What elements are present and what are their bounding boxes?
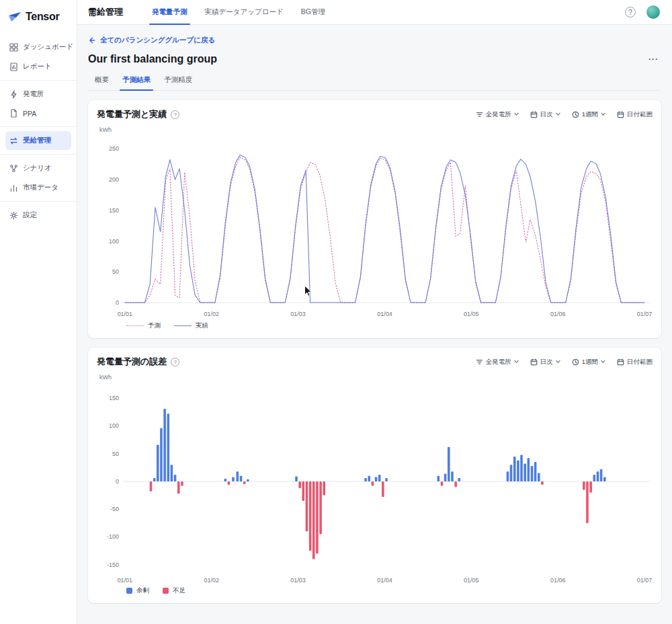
legend-label: 予測 <box>148 321 161 330</box>
legend-item-実績: 実績 <box>174 321 208 330</box>
svg-text:-150: -150 <box>107 561 119 568</box>
control-1週間[interactable]: 1週間 <box>572 358 605 366</box>
余剰-bar <box>534 462 537 481</box>
余剰-bar <box>458 478 460 481</box>
不足-bar <box>181 481 183 486</box>
sidebar-item[interactable]: シナリオ <box>5 159 71 178</box>
svg-text:50: 50 <box>112 451 119 457</box>
control-日付範囲[interactable]: 日付範囲 <box>617 358 653 366</box>
help-icon[interactable]: ? <box>625 7 636 17</box>
control-日付範囲[interactable]: 日付範囲 <box>617 110 653 119</box>
solid-line-icon <box>174 325 192 326</box>
dotted-line-icon <box>126 325 144 326</box>
legend-label: 不足 <box>173 586 185 595</box>
clock-icon <box>572 358 579 366</box>
sidebar-item[interactable]: 設定 <box>5 206 71 225</box>
不足-bar <box>441 481 444 486</box>
余剰-bar <box>247 479 249 481</box>
svg-text:01/04: 01/04 <box>377 577 392 584</box>
余剰-bar <box>232 477 235 481</box>
不足-bar <box>382 481 384 497</box>
page-content: 全てのバランシンググループに戻る Our first balancing gro… <box>77 25 672 624</box>
不足-bar <box>586 481 589 523</box>
topbar-right: ? <box>625 0 660 24</box>
toptab-BG管理[interactable]: BG管理 <box>292 0 334 24</box>
不足-bar <box>454 481 457 487</box>
pagetab-予測結果[interactable]: 予測結果 <box>116 71 157 90</box>
legend-item-余剰: 余剰 <box>126 586 149 595</box>
toptab-実績データアップロード[interactable]: 実績データアップロード <box>196 0 292 24</box>
control-日次[interactable]: 日次 <box>530 110 560 119</box>
sidebar-item[interactable]: 受給管理 <box>5 131 71 150</box>
svg-text:150: 150 <box>109 395 119 401</box>
logo: Tensor <box>0 8 77 34</box>
series-予測 <box>125 157 644 303</box>
calendar-icon <box>617 358 624 366</box>
caret-down-icon <box>556 360 560 364</box>
back-link-label: 全てのバランシンググループに戻る <box>100 36 215 45</box>
余剰-bar <box>528 458 530 481</box>
余剰-bar <box>171 465 173 481</box>
help-icon[interactable]: ? <box>171 110 179 119</box>
forecast-actual-card: 発電量予測と実績 ? 全発電所日次1週間日付範囲 kWh 05010015020… <box>88 100 661 338</box>
sidebar-item-label: 発電所 <box>23 89 44 99</box>
不足-bar <box>243 481 246 484</box>
control-全発電所[interactable]: 全発電所 <box>476 110 519 119</box>
control-label: 日次 <box>540 110 553 119</box>
sidebar-group: ダッシュボードレポート <box>0 34 77 80</box>
topbar-title: 需給管理 <box>88 6 123 18</box>
help-icon[interactable]: ? <box>171 358 179 366</box>
sidebar-group: 設定 <box>0 201 77 229</box>
arrow-left-icon <box>88 36 96 44</box>
余剰-bar <box>224 479 227 481</box>
sidebar-group: シナリオ市場データ <box>0 154 77 201</box>
toptab-発電量予測[interactable]: 発電量予測 <box>143 0 196 24</box>
filter-icon <box>476 358 483 366</box>
余剰-bar <box>375 477 378 481</box>
sidebar-nav: ダッシュボードレポート発電所PPA受給管理シナリオ市場データ設定 <box>0 34 77 229</box>
avatar[interactable] <box>646 5 660 19</box>
pagetab-概要[interactable]: 概要 <box>88 71 116 90</box>
余剰-bar <box>517 461 519 481</box>
back-link[interactable]: 全てのバランシンググループに戻る <box>88 36 215 45</box>
sidebar-item-label: レポート <box>23 62 52 71</box>
余剰-bar <box>240 476 243 481</box>
control-1週間[interactable]: 1週間 <box>572 110 605 119</box>
svg-text:01/05: 01/05 <box>464 577 478 584</box>
余剰-bar <box>385 478 388 481</box>
不足-bar <box>583 481 585 490</box>
control-全発電所[interactable]: 全発電所 <box>476 358 519 366</box>
legend-swatch-icon <box>163 588 169 594</box>
control-label: 日付範囲 <box>627 358 653 366</box>
forecast-error-chart: 150100500-50-100-15001/0101/0201/0301/04… <box>97 381 653 586</box>
sidebar-item[interactable]: 発電所 <box>5 85 71 104</box>
余剰-bar <box>600 469 603 481</box>
chart-controls: 全発電所日次1週間日付範囲 <box>476 358 653 366</box>
sidebar-item[interactable]: ダッシュボード <box>5 38 71 56</box>
control-label: 全発電所 <box>486 110 511 119</box>
余剰-bar <box>520 455 523 481</box>
caret-down-icon <box>514 112 519 116</box>
余剰-bar <box>295 477 298 481</box>
card-header: 発電量予測と実績 ? 全発電所日次1週間日付範囲 <box>97 108 653 120</box>
legend-item-不足: 不足 <box>163 586 185 595</box>
settings-icon <box>9 211 18 220</box>
card-header: 発電量予測の誤差 ? 全発電所日次1週間日付範囲 <box>97 356 653 368</box>
pagetab-予測精度[interactable]: 予測精度 <box>157 71 199 90</box>
caret-down-icon <box>601 360 605 364</box>
caret-down-icon <box>601 112 605 116</box>
more-options-button[interactable]: ⋯ <box>645 53 661 65</box>
余剰-bar <box>593 475 596 481</box>
sidebar-item[interactable]: 市場データ <box>5 178 71 197</box>
余剰-bar <box>531 466 534 481</box>
clock-icon <box>572 111 579 118</box>
余剰-bar <box>507 471 509 481</box>
余剰-bar <box>597 471 599 481</box>
sidebar-item-label: 設定 <box>23 210 37 220</box>
legend-label: 実績 <box>196 321 208 330</box>
svg-text:01/02: 01/02 <box>204 311 219 317</box>
sidebar-item[interactable]: PPA <box>5 104 71 122</box>
sidebar-item[interactable]: レポート <box>5 57 71 76</box>
control-日次[interactable]: 日次 <box>530 358 560 366</box>
legend-item-予測: 予測 <box>126 321 161 330</box>
